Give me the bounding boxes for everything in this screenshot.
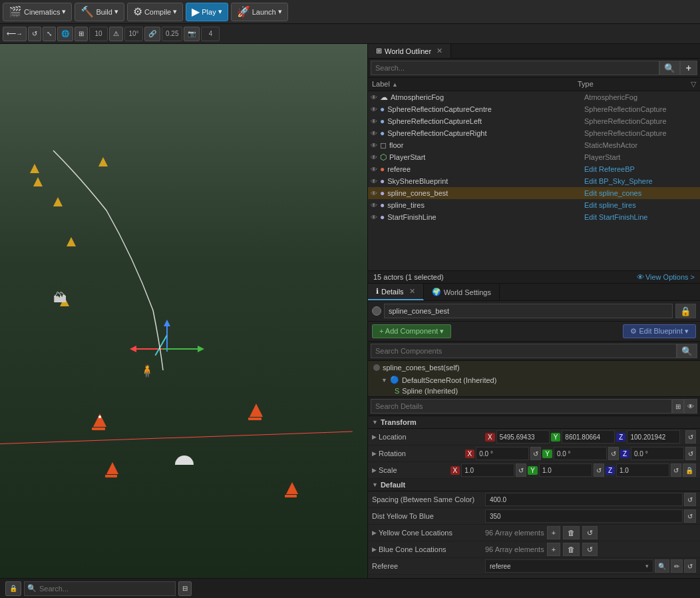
table-row[interactable]: 👁 ⬡ PlayerStart PlayerStart <box>368 151 700 163</box>
spacing-reset[interactable]: ↺ <box>684 493 696 506</box>
outliner-add-button[interactable]: + <box>680 61 697 75</box>
blue-delete-button[interactable]: 🗑 <box>563 543 580 556</box>
visibility-toggle[interactable]: 👁 <box>371 142 377 149</box>
visibility-toggle[interactable]: 👁 <box>371 154 377 161</box>
table-row[interactable]: 👁 ◻ floor StaticMeshActor <box>368 139 700 151</box>
scale-expand[interactable]: ▶ <box>372 467 377 473</box>
scale-tool[interactable]: ⤡ <box>43 27 56 41</box>
actor-type-link[interactable]: Edit spline_tires <box>584 201 697 209</box>
sz-reset[interactable]: ↺ <box>671 463 681 477</box>
actor-type-link[interactable]: Edit BP_Sky_Sphere <box>584 177 697 185</box>
bottom-layout-button[interactable]: ⊟ <box>178 581 192 596</box>
table-row[interactable]: 👁 ● SphereReflectionCaptureLeft SphereRe… <box>368 115 700 127</box>
blue-reset-button[interactable]: ↺ <box>582 543 598 556</box>
actor-type-link[interactable]: Edit RefereeBP <box>584 165 697 173</box>
rotate-tool[interactable]: ↺ <box>28 27 41 41</box>
yellow-delete-button[interactable]: 🗑 <box>563 526 580 539</box>
angle-snap-toggle[interactable]: ⚠ <box>109 27 123 41</box>
search-components-input[interactable] <box>371 344 677 358</box>
filter-icon[interactable]: ▽ <box>691 80 696 89</box>
ry-reset[interactable]: ↺ <box>608 447 619 460</box>
sy-reset[interactable]: ↺ <box>594 463 604 477</box>
table-row[interactable]: 👁 ● spline_tires Edit spline_tires <box>368 199 700 211</box>
actor-type-link[interactable]: Edit StartFinishLine <box>584 213 697 221</box>
outliner-tab-close[interactable]: ✕ <box>437 47 442 55</box>
details-lock-button[interactable]: 🔒 <box>675 304 696 318</box>
view-options-button[interactable]: 👁 View Options > <box>637 273 695 281</box>
play-button[interactable]: ▶ Play ▾ <box>186 3 228 21</box>
outliner-tab[interactable]: ⊞ World Outliner ✕ <box>368 44 451 58</box>
scale-snap-toggle[interactable]: 🔗 <box>144 27 160 41</box>
location-expand[interactable]: ▶ <box>372 434 377 440</box>
edit-blueprint-button[interactable]: ⚙ Edit Blueprint ▾ <box>623 324 696 338</box>
cinematics-button[interactable]: 🎬 Cinematics ▾ <box>3 3 72 21</box>
visibility-toggle[interactable]: 👁 <box>371 214 377 221</box>
rotation-z-input[interactable] <box>631 447 684 460</box>
outliner-search-input[interactable] <box>371 61 659 75</box>
yellow-add-button[interactable]: + <box>547 526 560 539</box>
rz-reset[interactable]: ↺ <box>685 447 696 460</box>
grid-snap-value[interactable]: 10 <box>89 27 108 41</box>
visibility-toggle[interactable]: 👁 <box>371 118 377 125</box>
rotation-expand[interactable]: ▶ <box>372 450 377 457</box>
add-component-button[interactable]: + Add Component ▾ <box>372 324 451 338</box>
visibility-toggle[interactable]: 👁 <box>371 202 377 209</box>
search-components-button[interactable]: 🔍 <box>677 344 697 358</box>
translate-tool[interactable]: ⟵→ <box>3 27 27 41</box>
visibility-toggle[interactable]: 👁 <box>371 190 377 197</box>
table-row[interactable]: 👁 ● spline_cones_best Edit spline_cones <box>368 187 700 199</box>
details-tab-close[interactable]: ✕ <box>409 287 415 296</box>
visibility-toggle[interactable]: 👁 <box>371 178 377 185</box>
camera-speed-icon[interactable]: 📷 <box>184 27 200 41</box>
grid-snap-toggle[interactable]: ⊞ <box>75 27 88 41</box>
dist-reset[interactable]: ↺ <box>684 509 696 523</box>
sx-reset[interactable]: ↺ <box>516 463 526 477</box>
outliner-search-button[interactable]: 🔍 <box>659 61 680 75</box>
angle-snap-value[interactable]: 10° <box>124 27 143 41</box>
scale-y-input[interactable] <box>539 463 592 477</box>
tab-world-settings[interactable]: 🌍 World Settings <box>424 284 500 300</box>
location-x-input[interactable] <box>496 430 550 444</box>
table-row[interactable]: 👁 ☁ AtmosphericFog AtmosphericFog <box>368 91 700 103</box>
eye-view-button[interactable]: 👁 <box>684 399 697 414</box>
scale-z-input[interactable] <box>616 463 669 477</box>
rotation-x-input[interactable] <box>476 447 529 460</box>
blue-add-button[interactable]: + <box>547 543 560 556</box>
location-y-input[interactable] <box>562 430 615 444</box>
component-spline[interactable]: S Spline (Inherited) <box>368 386 700 396</box>
camera-speed-value[interactable]: 4 <box>201 27 220 41</box>
location-reset-button[interactable]: ↺ <box>685 430 696 444</box>
visibility-toggle[interactable]: 👁 <box>371 166 377 173</box>
yellow-cones-expand[interactable]: ▶ <box>372 529 377 536</box>
component-root-row[interactable]: spline_cones_best(self) <box>368 361 700 374</box>
referee-edit-button[interactable]: ✏ <box>671 559 683 573</box>
table-row[interactable]: 👁 ● SkyShereBlueprint Edit BP_Sky_Sphere <box>368 175 700 187</box>
compile-button[interactable]: ⚙ Compile ▾ <box>127 3 183 21</box>
dist-input[interactable] <box>485 509 683 523</box>
rotation-y-input[interactable] <box>554 447 607 460</box>
referee-dropdown[interactable]: referee ▾ <box>485 559 653 573</box>
blue-cones-expand[interactable]: ▶ <box>372 546 377 553</box>
world-toggle[interactable]: 🌐 <box>57 27 73 41</box>
table-row[interactable]: 👁 ● referee Edit RefereeBP <box>368 163 700 175</box>
location-z-input[interactable] <box>627 430 680 444</box>
yellow-reset-button[interactable]: ↺ <box>582 526 598 539</box>
default-section-header[interactable]: ▼ Default <box>368 479 700 491</box>
table-row[interactable]: 👁 ● SphereReflectionCaptureRight SphereR… <box>368 127 700 139</box>
spacing-input[interactable] <box>485 493 683 506</box>
rx-reset[interactable]: ↺ <box>530 447 541 460</box>
scale-lock-button[interactable]: 🔒 <box>683 463 696 477</box>
bottom-lock-button[interactable]: 🔒 <box>5 581 21 596</box>
visibility-toggle[interactable]: 👁 <box>371 106 377 113</box>
tab-details[interactable]: ℹ Details ✕ <box>368 284 424 300</box>
scale-snap-value[interactable]: 0.25 <box>162 27 182 41</box>
actor-type-link[interactable]: Edit spline_cones <box>584 189 697 197</box>
viewport[interactable]: 🏔 🧍 <box>0 44 367 578</box>
table-row[interactable]: 👁 ● SphereReflectionCaptureCentre Sphere… <box>368 103 700 115</box>
table-row[interactable]: 👁 ● StartFinishLine Edit StartFinishLine <box>368 211 700 223</box>
grid-view-button[interactable]: ⊞ <box>672 399 684 414</box>
visibility-toggle[interactable]: 👁 <box>371 94 377 101</box>
bottom-search-input[interactable] <box>39 585 172 593</box>
scale-x-input[interactable] <box>461 463 514 477</box>
transform-section-header[interactable]: ▼ Transform <box>368 416 700 429</box>
